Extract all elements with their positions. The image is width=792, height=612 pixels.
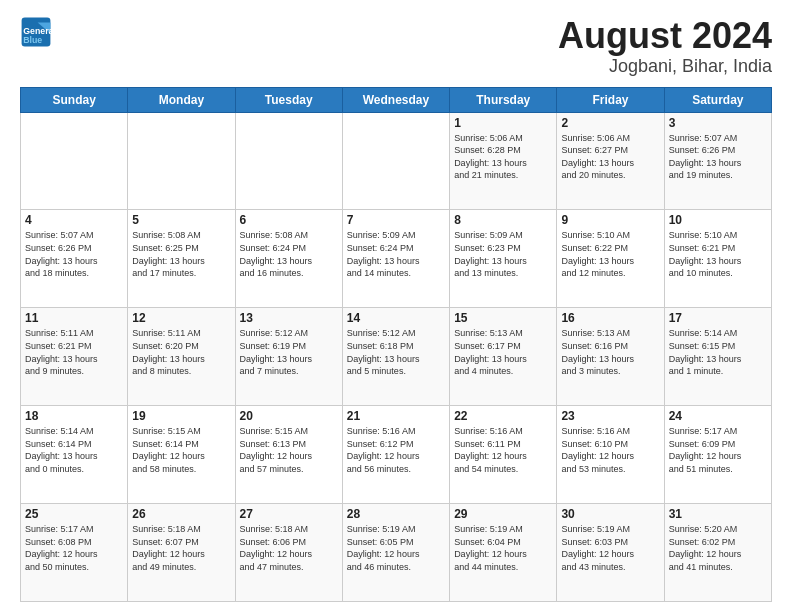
week-row-0: 1Sunrise: 5:06 AM Sunset: 6:28 PM Daylig… — [21, 112, 772, 210]
day-info: Sunrise: 5:19 AM Sunset: 6:04 PM Dayligh… — [454, 523, 552, 573]
day-cell: 14Sunrise: 5:12 AM Sunset: 6:18 PM Dayli… — [342, 308, 449, 406]
col-header-wednesday: Wednesday — [342, 87, 449, 112]
calendar-header-row: SundayMondayTuesdayWednesdayThursdayFrid… — [21, 87, 772, 112]
day-info: Sunrise: 5:16 AM Sunset: 6:11 PM Dayligh… — [454, 425, 552, 475]
day-number: 25 — [25, 507, 123, 521]
day-number: 28 — [347, 507, 445, 521]
day-cell — [21, 112, 128, 210]
day-cell: 24Sunrise: 5:17 AM Sunset: 6:09 PM Dayli… — [664, 406, 771, 504]
day-info: Sunrise: 5:17 AM Sunset: 6:09 PM Dayligh… — [669, 425, 767, 475]
day-cell: 5Sunrise: 5:08 AM Sunset: 6:25 PM Daylig… — [128, 210, 235, 308]
day-number: 14 — [347, 311, 445, 325]
day-cell: 12Sunrise: 5:11 AM Sunset: 6:20 PM Dayli… — [128, 308, 235, 406]
col-header-sunday: Sunday — [21, 87, 128, 112]
header: General Blue August 2024 Jogbani, Bihar,… — [20, 16, 772, 77]
calendar-table: SundayMondayTuesdayWednesdayThursdayFrid… — [20, 87, 772, 602]
col-header-tuesday: Tuesday — [235, 87, 342, 112]
day-number: 19 — [132, 409, 230, 423]
day-number: 27 — [240, 507, 338, 521]
day-cell: 25Sunrise: 5:17 AM Sunset: 6:08 PM Dayli… — [21, 504, 128, 602]
day-info: Sunrise: 5:20 AM Sunset: 6:02 PM Dayligh… — [669, 523, 767, 573]
day-cell: 8Sunrise: 5:09 AM Sunset: 6:23 PM Daylig… — [450, 210, 557, 308]
svg-text:Blue: Blue — [23, 35, 42, 45]
day-info: Sunrise: 5:09 AM Sunset: 6:24 PM Dayligh… — [347, 229, 445, 279]
day-number: 13 — [240, 311, 338, 325]
calendar-title: August 2024 — [558, 16, 772, 56]
day-number: 10 — [669, 213, 767, 227]
day-info: Sunrise: 5:18 AM Sunset: 6:06 PM Dayligh… — [240, 523, 338, 573]
day-info: Sunrise: 5:14 AM Sunset: 6:14 PM Dayligh… — [25, 425, 123, 475]
day-info: Sunrise: 5:18 AM Sunset: 6:07 PM Dayligh… — [132, 523, 230, 573]
day-cell: 13Sunrise: 5:12 AM Sunset: 6:19 PM Dayli… — [235, 308, 342, 406]
day-info: Sunrise: 5:11 AM Sunset: 6:20 PM Dayligh… — [132, 327, 230, 377]
day-cell: 4Sunrise: 5:07 AM Sunset: 6:26 PM Daylig… — [21, 210, 128, 308]
day-number: 9 — [561, 213, 659, 227]
day-number: 6 — [240, 213, 338, 227]
day-info: Sunrise: 5:15 AM Sunset: 6:14 PM Dayligh… — [132, 425, 230, 475]
day-info: Sunrise: 5:16 AM Sunset: 6:12 PM Dayligh… — [347, 425, 445, 475]
day-info: Sunrise: 5:12 AM Sunset: 6:18 PM Dayligh… — [347, 327, 445, 377]
day-number: 11 — [25, 311, 123, 325]
title-block: August 2024 Jogbani, Bihar, India — [558, 16, 772, 77]
day-number: 7 — [347, 213, 445, 227]
day-cell — [235, 112, 342, 210]
day-number: 23 — [561, 409, 659, 423]
week-row-1: 4Sunrise: 5:07 AM Sunset: 6:26 PM Daylig… — [21, 210, 772, 308]
day-cell: 7Sunrise: 5:09 AM Sunset: 6:24 PM Daylig… — [342, 210, 449, 308]
day-cell: 16Sunrise: 5:13 AM Sunset: 6:16 PM Dayli… — [557, 308, 664, 406]
day-cell: 19Sunrise: 5:15 AM Sunset: 6:14 PM Dayli… — [128, 406, 235, 504]
day-info: Sunrise: 5:12 AM Sunset: 6:19 PM Dayligh… — [240, 327, 338, 377]
day-info: Sunrise: 5:06 AM Sunset: 6:28 PM Dayligh… — [454, 132, 552, 182]
day-number: 12 — [132, 311, 230, 325]
day-number: 24 — [669, 409, 767, 423]
day-cell: 21Sunrise: 5:16 AM Sunset: 6:12 PM Dayli… — [342, 406, 449, 504]
day-info: Sunrise: 5:11 AM Sunset: 6:21 PM Dayligh… — [25, 327, 123, 377]
calendar-subtitle: Jogbani, Bihar, India — [558, 56, 772, 77]
day-cell: 2Sunrise: 5:06 AM Sunset: 6:27 PM Daylig… — [557, 112, 664, 210]
day-cell — [342, 112, 449, 210]
day-cell: 27Sunrise: 5:18 AM Sunset: 6:06 PM Dayli… — [235, 504, 342, 602]
day-info: Sunrise: 5:15 AM Sunset: 6:13 PM Dayligh… — [240, 425, 338, 475]
day-cell: 9Sunrise: 5:10 AM Sunset: 6:22 PM Daylig… — [557, 210, 664, 308]
day-info: Sunrise: 5:07 AM Sunset: 6:26 PM Dayligh… — [669, 132, 767, 182]
day-number: 18 — [25, 409, 123, 423]
day-info: Sunrise: 5:13 AM Sunset: 6:17 PM Dayligh… — [454, 327, 552, 377]
day-cell: 26Sunrise: 5:18 AM Sunset: 6:07 PM Dayli… — [128, 504, 235, 602]
day-number: 15 — [454, 311, 552, 325]
day-info: Sunrise: 5:08 AM Sunset: 6:24 PM Dayligh… — [240, 229, 338, 279]
day-cell — [128, 112, 235, 210]
col-header-thursday: Thursday — [450, 87, 557, 112]
week-row-2: 11Sunrise: 5:11 AM Sunset: 6:21 PM Dayli… — [21, 308, 772, 406]
week-row-4: 25Sunrise: 5:17 AM Sunset: 6:08 PM Dayli… — [21, 504, 772, 602]
day-cell: 18Sunrise: 5:14 AM Sunset: 6:14 PM Dayli… — [21, 406, 128, 504]
day-info: Sunrise: 5:10 AM Sunset: 6:22 PM Dayligh… — [561, 229, 659, 279]
day-info: Sunrise: 5:17 AM Sunset: 6:08 PM Dayligh… — [25, 523, 123, 573]
day-cell: 31Sunrise: 5:20 AM Sunset: 6:02 PM Dayli… — [664, 504, 771, 602]
day-number: 31 — [669, 507, 767, 521]
day-info: Sunrise: 5:07 AM Sunset: 6:26 PM Dayligh… — [25, 229, 123, 279]
day-number: 22 — [454, 409, 552, 423]
day-info: Sunrise: 5:16 AM Sunset: 6:10 PM Dayligh… — [561, 425, 659, 475]
day-cell: 1Sunrise: 5:06 AM Sunset: 6:28 PM Daylig… — [450, 112, 557, 210]
day-cell: 29Sunrise: 5:19 AM Sunset: 6:04 PM Dayli… — [450, 504, 557, 602]
col-header-friday: Friday — [557, 87, 664, 112]
day-number: 17 — [669, 311, 767, 325]
day-number: 5 — [132, 213, 230, 227]
day-number: 26 — [132, 507, 230, 521]
day-number: 29 — [454, 507, 552, 521]
day-info: Sunrise: 5:09 AM Sunset: 6:23 PM Dayligh… — [454, 229, 552, 279]
day-info: Sunrise: 5:08 AM Sunset: 6:25 PM Dayligh… — [132, 229, 230, 279]
page: General Blue August 2024 Jogbani, Bihar,… — [0, 0, 792, 612]
day-cell: 3Sunrise: 5:07 AM Sunset: 6:26 PM Daylig… — [664, 112, 771, 210]
day-info: Sunrise: 5:19 AM Sunset: 6:03 PM Dayligh… — [561, 523, 659, 573]
col-header-monday: Monday — [128, 87, 235, 112]
day-cell: 28Sunrise: 5:19 AM Sunset: 6:05 PM Dayli… — [342, 504, 449, 602]
day-info: Sunrise: 5:13 AM Sunset: 6:16 PM Dayligh… — [561, 327, 659, 377]
day-number: 3 — [669, 116, 767, 130]
week-row-3: 18Sunrise: 5:14 AM Sunset: 6:14 PM Dayli… — [21, 406, 772, 504]
logo: General Blue — [20, 16, 52, 48]
day-number: 4 — [25, 213, 123, 227]
day-cell: 15Sunrise: 5:13 AM Sunset: 6:17 PM Dayli… — [450, 308, 557, 406]
col-header-saturday: Saturday — [664, 87, 771, 112]
logo-icon: General Blue — [20, 16, 52, 48]
